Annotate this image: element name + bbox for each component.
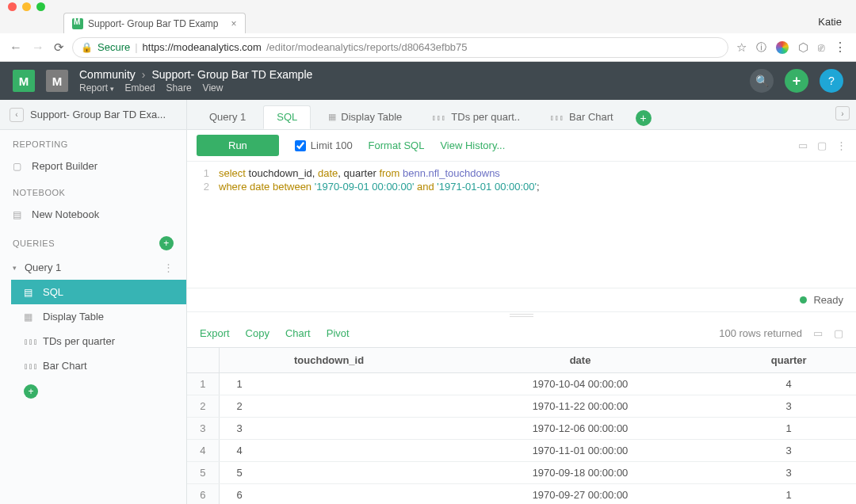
add-button[interactable]: + — [785, 69, 808, 93]
limit-checkbox-input[interactable] — [295, 140, 306, 151]
col-date[interactable]: date — [439, 348, 722, 373]
tab-display-table[interactable]: ▦Display Table — [315, 105, 415, 129]
table-row[interactable]: 331970-12-06 00:00:001 — [187, 418, 856, 440]
cell-touchdown-id: 4 — [219, 440, 439, 462]
view-history-link[interactable]: View History... — [440, 139, 505, 151]
col-touchdown-id[interactable]: touchdown_id — [219, 348, 439, 373]
format-sql-link[interactable]: Format SQL — [369, 139, 425, 151]
minimize-panel-icon[interactable]: ▭ — [798, 139, 808, 151]
breadcrumb-title[interactable]: Support- Group Bar TD Example — [151, 68, 312, 81]
url-input[interactable]: 🔒 Secure | https://modeanalytics.com/edi… — [72, 37, 728, 58]
menu-report[interactable]: Report — [79, 82, 114, 94]
table-row[interactable]: 111970-10-04 00:00:004 — [187, 373, 856, 395]
sidebar-add-chart[interactable]: + — [11, 378, 186, 405]
more-icon[interactable]: ⋮ — [163, 262, 174, 273]
panel-title: ‹ Support- Group Bar TD Exa... — [0, 100, 187, 129]
rownum-header — [187, 348, 219, 373]
menu-view[interactable]: View — [203, 82, 224, 94]
line-number: 2 — [187, 181, 219, 193]
results-toolbar: Export Copy Chart Pivot 100 rows returne… — [187, 319, 856, 347]
add-query-button[interactable]: + — [159, 236, 174, 250]
cell-date: 1970-12-06 00:00:00 — [439, 418, 722, 440]
bookmark-icon[interactable]: ☆ — [736, 40, 747, 55]
grip-icon — [510, 314, 533, 317]
content-area: Run Limit 100 Format SQL View History...… — [187, 130, 856, 504]
tab-tds-per-quarter[interactable]: ⫾⫾⫾TDs per quart.. — [419, 105, 533, 129]
cell-quarter: 3 — [721, 462, 856, 484]
cell-quarter: 4 — [721, 373, 856, 395]
tab-bar-chart[interactable]: ⫾⫾⫾Bar Chart — [537, 105, 626, 129]
sidebar-item-bar-chart[interactable]: ⫾⫾⫾Bar Chart — [11, 353, 186, 378]
expand-right-icon[interactable]: › — [835, 106, 850, 120]
sql-editor[interactable]: 1select touchdown_id, date, quarter from… — [187, 162, 856, 288]
row-number: 4 — [187, 440, 219, 462]
sidebar-item-new-notebook[interactable]: ▤New Notebook — [0, 202, 186, 227]
app-logo[interactable]: M — [13, 70, 35, 92]
tab-sql[interactable]: SQL — [263, 105, 311, 129]
drag-handle[interactable] — [187, 312, 856, 319]
add-chart-button[interactable]: + — [24, 384, 38, 399]
extension-icon[interactable] — [776, 41, 789, 54]
tab-close-icon[interactable]: × — [231, 18, 237, 29]
close-window-icon[interactable] — [8, 2, 17, 11]
maximize-panel-icon[interactable]: ▢ — [817, 139, 827, 151]
menu-embed[interactable]: Embed — [125, 82, 155, 94]
browser-tab[interactable]: Support- Group Bar TD Examp × — [63, 13, 246, 33]
row-number: 3 — [187, 418, 219, 440]
add-tab-button[interactable]: + — [636, 110, 652, 126]
bars-icon: ⫾⫾⫾ — [550, 113, 564, 122]
minimize-results-icon[interactable]: ▭ — [813, 327, 823, 339]
minimize-window-icon[interactable] — [22, 2, 31, 11]
maximize-results-icon[interactable]: ▢ — [834, 327, 843, 339]
cell-date: 1970-09-18 00:00:00 — [439, 462, 722, 484]
search-button[interactable]: 🔍 — [750, 69, 774, 93]
more-icon[interactable]: ⋮ — [836, 139, 846, 151]
export-link[interactable]: Export — [200, 327, 230, 339]
sidebar-item-tds[interactable]: ⫾⫾⫾TDs per quarter — [11, 329, 186, 353]
cell-date: 1970-11-01 00:00:00 — [439, 440, 722, 462]
reload-button[interactable]: ⟳ — [54, 40, 64, 55]
report-icon: ▢ — [13, 161, 24, 172]
info-icon[interactable]: ⓘ — [756, 40, 766, 55]
run-button[interactable]: Run — [197, 135, 279, 156]
table-header-row: touchdown_id date quarter — [187, 348, 856, 373]
community-logo[interactable]: M — [46, 70, 68, 92]
col-quarter[interactable]: quarter — [721, 348, 856, 373]
collapse-panel-icon[interactable]: ‹ — [10, 108, 24, 122]
status-bar: Ready — [187, 288, 856, 312]
cell-quarter: 3 — [721, 395, 856, 418]
breadcrumb-community[interactable]: Community — [79, 68, 136, 81]
table-row[interactable]: 661970-09-27 00:00:001 — [187, 484, 856, 505]
query-toolbar: Run Limit 100 Format SQL View History...… — [187, 130, 856, 162]
back-button[interactable]: ← — [10, 40, 24, 55]
dropbox-icon[interactable]: ⬡ — [798, 40, 808, 55]
help-button[interactable]: ? — [820, 69, 843, 93]
sidebar-item-report-builder[interactable]: ▢Report Builder — [0, 154, 186, 178]
sidebar-item-sql[interactable]: ▤SQL — [11, 280, 186, 304]
tab-query1[interactable]: Query 1 — [197, 105, 258, 129]
cell-touchdown-id: 5 — [219, 462, 439, 484]
browser-tab-strip: Support- Group Bar TD Examp × Katie — [0, 13, 856, 33]
maximize-window-icon[interactable] — [36, 2, 45, 11]
menu-share[interactable]: Share — [166, 82, 192, 94]
sidebar-item-query1[interactable]: ▾Query 1⋮ — [0, 255, 186, 280]
table-icon: ▦ — [24, 311, 35, 323]
sidebar-item-display-table[interactable]: ▦Display Table — [11, 304, 186, 329]
browser-profile-name[interactable]: Katie — [818, 16, 842, 28]
limit-checkbox[interactable]: Limit 100 — [295, 139, 353, 151]
cell-touchdown-id: 6 — [219, 484, 439, 505]
pivot-link[interactable]: Pivot — [327, 327, 350, 339]
caret-down-icon[interactable]: ▾ — [13, 264, 17, 272]
chart-link[interactable]: Chart — [285, 327, 311, 339]
cell-quarter: 1 — [721, 418, 856, 440]
row-number: 1 — [187, 373, 219, 395]
line-number: 1 — [187, 167, 219, 179]
copy-link[interactable]: Copy — [246, 327, 269, 339]
url-host: https://modeanalytics.com — [143, 41, 262, 53]
table-row[interactable]: 551970-09-18 00:00:003 — [187, 462, 856, 484]
table-row[interactable]: 441970-11-01 00:00:003 — [187, 440, 856, 462]
cell-date: 1970-10-04 00:00:00 — [439, 373, 722, 395]
table-row[interactable]: 221970-11-22 00:00:003 — [187, 395, 856, 418]
screenshot-icon[interactable]: ⎚ — [818, 41, 824, 54]
chrome-menu-icon[interactable]: ⋮ — [834, 40, 846, 55]
